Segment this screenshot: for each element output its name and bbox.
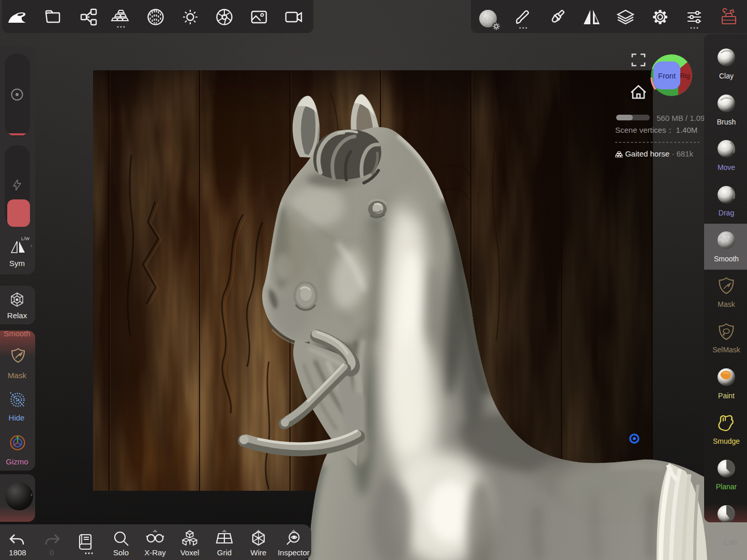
svg-text:Rig: Rig xyxy=(680,72,690,80)
svg-text:Front: Front xyxy=(658,72,676,80)
